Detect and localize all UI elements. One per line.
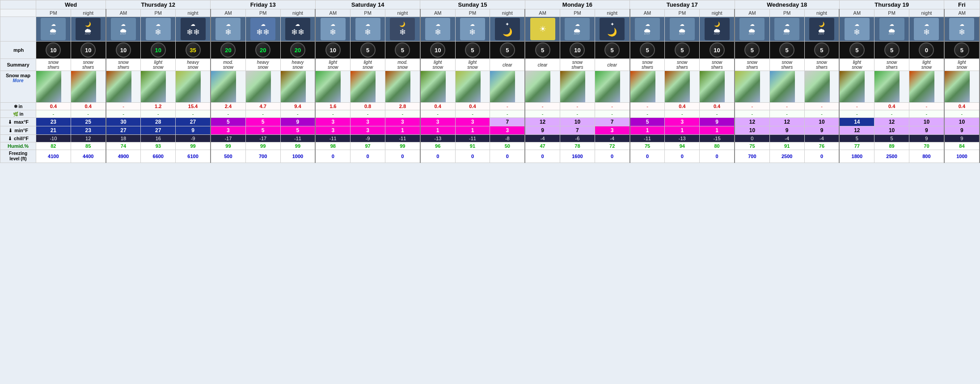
rain-in-cell: - xyxy=(71,110,106,118)
snow-map-cell xyxy=(385,71,420,103)
humid-cell: 99 xyxy=(211,142,245,150)
min-temp-cell: 1 xyxy=(385,126,420,135)
wind-row-label: mph xyxy=(0,42,36,59)
summary-cell: snowshwrs xyxy=(36,59,71,71)
max-temp-cell: 9 xyxy=(280,118,315,126)
min-temp-cell: 1 xyxy=(420,126,455,135)
rain-in-cell: - xyxy=(490,110,525,118)
period-fri-am: AM xyxy=(944,9,980,17)
snow-map-cell xyxy=(71,71,106,103)
period-sat14-night: night xyxy=(385,9,420,17)
humid-row: Humid.%828574939999999998979996915047787… xyxy=(0,142,980,150)
weather-icon-cell: ✦🌙 xyxy=(490,17,525,42)
snow-in-cell: - xyxy=(769,103,804,110)
rain-in-cell: - xyxy=(315,110,350,118)
rain-in-cell: - xyxy=(525,110,560,118)
chill-cell: -8 xyxy=(490,135,525,142)
weather-icon-cell: ☁❄ xyxy=(315,17,350,42)
day-header-sat14: Saturday 14 xyxy=(315,0,420,9)
chill-cell: 12 xyxy=(71,135,106,142)
freeze-cell: 500 xyxy=(211,150,245,163)
rain-in-cell: - xyxy=(560,110,595,118)
freeze-cell: 0 xyxy=(385,150,420,163)
humid-cell: 91 xyxy=(769,142,804,150)
snow-in-cell: 1.6 xyxy=(315,103,350,110)
empty-header xyxy=(0,0,36,9)
period-wed18-pm: PM xyxy=(769,9,804,17)
snow-in-cell: 0.4 xyxy=(665,103,700,110)
max-temp-cell: 10 xyxy=(560,118,595,126)
wind-cell: 5 xyxy=(385,42,420,59)
weather-icon-cell: 🌙🌨 xyxy=(804,17,839,42)
min-temp-cell: 23 xyxy=(71,126,106,135)
snow-map-cell xyxy=(315,71,350,103)
chill-cell: 9 xyxy=(909,135,944,142)
humid-label: Humid.% xyxy=(0,142,36,150)
rain-in-label: 🌿 in xyxy=(0,110,36,118)
max-temp-cell: 27 xyxy=(176,118,211,126)
day-header-fri13: Friday 13 xyxy=(211,0,315,9)
humid-cell: 78 xyxy=(560,142,595,150)
max-temp-label: 🌡 max°F xyxy=(0,118,36,126)
period-thu19-night: night xyxy=(909,9,944,17)
snow-map-cell xyxy=(665,71,700,103)
snow-map-cell xyxy=(420,71,455,103)
summary-cell: clear xyxy=(525,59,560,71)
freeze-cell: 0 xyxy=(595,150,629,163)
snow-map-cell xyxy=(839,71,874,103)
freeze-cell: 0 xyxy=(804,150,839,163)
period-wed-pm: PM xyxy=(36,9,71,17)
snow-map-more-link[interactable]: More xyxy=(2,78,34,83)
wind-cell: 10 xyxy=(71,42,106,59)
weather-icon-cell: 🌙🌨 xyxy=(700,17,735,42)
icon-row-label xyxy=(0,17,36,42)
min-temp-cell: 9 xyxy=(769,126,804,135)
snow-in-cell: 9.4 xyxy=(280,103,315,110)
max-temp-cell: 9 xyxy=(700,118,735,126)
freeze-label: Freezinglevel (ft) xyxy=(0,150,36,163)
freeze-cell: 0 xyxy=(490,150,525,163)
rain-in-cell: - xyxy=(455,110,490,118)
chill-label: 🌡 chill°F xyxy=(0,135,36,142)
freeze-cell: 0 xyxy=(700,150,735,163)
wind-cell: 10 xyxy=(315,42,350,59)
humid-cell: 89 xyxy=(874,142,909,150)
max-temp-cell: 7 xyxy=(490,118,525,126)
min-temp-cell: 3 xyxy=(595,126,629,135)
chill-cell: -4 xyxy=(769,135,804,142)
snow-map-cell xyxy=(211,71,245,103)
weather-icon-cell: ☁🌨 xyxy=(106,17,141,42)
snow-in-cell: - xyxy=(595,103,629,110)
max-temp-cell: 3 xyxy=(420,118,455,126)
summary-cell: snowshwrs xyxy=(874,59,909,71)
wind-cell: 5 xyxy=(665,42,700,59)
freeze-cell: 1000 xyxy=(944,150,980,163)
min-temp-cell: 9 xyxy=(804,126,839,135)
max-temp-cell: 5 xyxy=(245,118,280,126)
min-temp-cell: 10 xyxy=(735,126,769,135)
humid-cell: 75 xyxy=(735,142,769,150)
snow-in-cell: 2.4 xyxy=(211,103,245,110)
max-temp-cell: 12 xyxy=(735,118,769,126)
humid-cell: 99 xyxy=(245,142,280,150)
min-temp-cell: 1 xyxy=(700,126,735,135)
wind-cell: 20 xyxy=(211,42,245,59)
freeze-cell: 0 xyxy=(315,150,350,163)
rain-in-cell: - xyxy=(280,110,315,118)
wind-cell: 10 xyxy=(420,42,455,59)
max-temp-cell: 3 xyxy=(351,118,385,126)
weather-icon-cell: ☁❄❄ xyxy=(245,17,280,42)
max-temp-cell: 7 xyxy=(595,118,629,126)
freeze-cell: 4100 xyxy=(36,150,71,163)
humid-cell: 82 xyxy=(36,142,71,150)
weather-icon-cell: 🌙🌨 xyxy=(71,17,106,42)
wind-cell: 10 xyxy=(141,42,176,59)
summary-cell: snowshwrs xyxy=(700,59,735,71)
period-thu12-am: AM xyxy=(106,9,141,17)
min-temp-cell: 12 xyxy=(839,126,874,135)
snow-in-cell: 0.8 xyxy=(351,103,385,110)
rain-in-cell: - xyxy=(874,110,909,118)
summary-row-label: Summary xyxy=(0,59,36,71)
wind-cell: 5 xyxy=(735,42,769,59)
weather-icon-cell: ☁🌨 xyxy=(665,17,700,42)
